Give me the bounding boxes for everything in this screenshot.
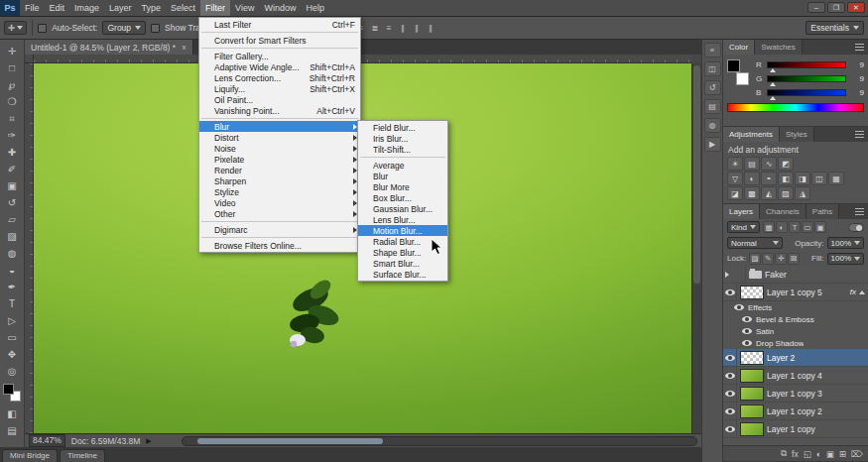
color-swatches-widget[interactable] xyxy=(3,384,21,402)
visibility-toggle[interactable] xyxy=(723,367,737,384)
layer-name[interactable]: Bevel & Emboss xyxy=(756,315,814,324)
channel-value[interactable]: 9 xyxy=(849,60,864,69)
visibility-toggle[interactable] xyxy=(723,420,737,437)
menu-item[interactable]: Window xyxy=(259,0,301,16)
photo-filter-icon[interactable]: ◨ xyxy=(795,172,810,185)
visibility-toggle[interactable] xyxy=(741,325,753,337)
slider-thumb-icon[interactable] xyxy=(770,82,776,86)
scrollbar-thumb[interactable] xyxy=(693,65,700,284)
layer-row[interactable]: Layer 1 copy 5 fx xyxy=(723,284,868,301)
posterize-icon[interactable]: ▩ xyxy=(744,186,760,200)
menu-item[interactable]: Blur xyxy=(358,171,447,181)
panel-menu-icon[interactable] xyxy=(855,131,864,138)
quick-mask-button[interactable]: ◧ xyxy=(2,405,23,422)
distribute-left-edges-icon[interactable]: ∥ xyxy=(396,21,410,36)
filter-type-layers-icon[interactable]: T xyxy=(789,221,801,233)
add-layer-mask-icon[interactable]: ◱ xyxy=(804,449,811,459)
panel-tab[interactable]: Adjustments xyxy=(723,127,780,142)
type-tool[interactable]: T xyxy=(2,295,23,312)
menu-item[interactable]: Filter xyxy=(200,0,230,16)
link-layers-icon[interactable]: ⧉ xyxy=(781,448,787,459)
menu-item[interactable]: Blur More xyxy=(358,181,447,192)
exposure-icon[interactable]: ◩ xyxy=(778,157,794,171)
gradient-map-icon[interactable]: ▨ xyxy=(778,186,794,200)
lock-position-icon[interactable]: ✛ xyxy=(775,253,787,265)
properties-panel-icon[interactable]: ▤ xyxy=(704,99,721,114)
auto-select-dropdown[interactable]: Group xyxy=(102,21,146,35)
menu-item[interactable]: Last Filter Ctrl+F xyxy=(199,19,360,30)
eyedropper-tool[interactable]: ✑ xyxy=(2,127,23,144)
hand-tool[interactable]: ✥ xyxy=(2,346,23,363)
menu-item[interactable]: Edit xyxy=(45,0,70,16)
layer-name[interactable]: Layer 1 copy 2 xyxy=(767,406,822,416)
panel-tab[interactable]: Swatches xyxy=(755,40,803,55)
menu-item[interactable]: Convert for Smart Filters xyxy=(199,35,360,46)
mini-bridge-panel-icon[interactable]: ◫ xyxy=(704,61,721,76)
blend-mode-dropdown[interactable]: Normal xyxy=(727,237,783,249)
distribute-bottom-edges-icon[interactable]: ≡ xyxy=(382,21,396,36)
menu-item[interactable]: Help xyxy=(301,0,329,16)
menu-item[interactable]: Oil Paint... xyxy=(199,94,360,105)
lock-transparency-icon[interactable]: ▨ xyxy=(749,253,761,265)
menu-item[interactable]: Stylize xyxy=(199,186,360,197)
screen-mode-button[interactable]: ▤ xyxy=(2,422,23,439)
menu-item[interactable]: Adaptive Wide Angle... Shift+Ctrl+A xyxy=(199,61,360,72)
visibility-toggle[interactable] xyxy=(741,313,753,325)
layer-thumbnail[interactable] xyxy=(740,369,764,383)
layer-row[interactable]: Layer 1 copy 3 xyxy=(723,385,868,403)
vertical-ruler[interactable] xyxy=(25,63,34,433)
lock-all-icon[interactable]: ⊠ xyxy=(788,253,800,265)
layer-name[interactable]: Layer 1 copy xyxy=(767,424,815,434)
menu-item[interactable]: Lens Blur... xyxy=(358,214,447,225)
selective-color-icon[interactable]: ◮ xyxy=(795,186,810,200)
close-tab-icon[interactable]: × xyxy=(182,43,186,53)
workspace-switcher[interactable]: Essentials xyxy=(806,21,864,35)
clone-stamp-tool[interactable]: ▣ xyxy=(2,177,23,194)
panel-tab[interactable]: Mini Bridge xyxy=(2,449,58,462)
menu-item[interactable]: Field Blur... xyxy=(358,122,447,133)
fx-badge[interactable]: fx xyxy=(850,288,856,296)
new-adjustment-layer-icon[interactable]: ◐ xyxy=(816,449,821,459)
panel-tab[interactable]: Layers xyxy=(723,204,760,219)
layer-name[interactable]: Layer 1 copy 4 xyxy=(767,371,822,381)
menu-item[interactable]: Average xyxy=(358,160,447,171)
status-options-icon[interactable]: ▶ xyxy=(146,437,151,445)
kind-dropdown[interactable]: Kind xyxy=(727,221,760,233)
layer-row[interactable]: Layer 1 copy xyxy=(723,420,868,438)
menu-item[interactable]: Tilt-Shift... xyxy=(358,144,447,155)
visibility-toggle[interactable] xyxy=(723,284,737,300)
eraser-tool[interactable]: ▱ xyxy=(2,211,23,228)
tool-preset-button[interactable]: ✛ xyxy=(4,21,27,35)
visibility-toggle[interactable] xyxy=(741,337,753,349)
distribute-horizontal-centers-icon[interactable]: ∥ xyxy=(410,21,424,36)
channel-slider[interactable] xyxy=(767,61,846,68)
lasso-tool[interactable]: ℘ xyxy=(2,76,23,93)
gradient-tool[interactable]: ▨ xyxy=(2,228,23,245)
channel-slider[interactable] xyxy=(767,89,846,96)
path-selection-tool[interactable]: ▷ xyxy=(2,312,23,329)
collapse-dock-icon[interactable]: « xyxy=(704,43,721,58)
channel-value[interactable]: 9 xyxy=(849,74,864,83)
layer-thumbnail[interactable] xyxy=(740,387,764,401)
menu-item[interactable]: Render xyxy=(199,165,360,175)
menu-item[interactable]: Liquify... Shift+Ctrl+X xyxy=(199,83,360,94)
layer-row[interactable]: Satin xyxy=(723,325,868,337)
menu-item[interactable]: Video xyxy=(199,197,360,208)
layer-row[interactable]: Layer 1 copy 4 xyxy=(723,367,868,385)
shape-tool[interactable]: ▭ xyxy=(2,329,23,346)
collapse-effects-icon[interactable] xyxy=(859,290,865,294)
expand-group-icon[interactable] xyxy=(725,272,729,278)
menu-item[interactable]: Image xyxy=(69,0,104,16)
menu-item[interactable]: File xyxy=(20,0,45,16)
lock-pixels-icon[interactable]: ✎ xyxy=(762,253,774,265)
channel-value[interactable]: 9 xyxy=(849,88,864,97)
layer-row[interactable]: Drop Shadow xyxy=(723,337,868,349)
close-button[interactable]: ✕ xyxy=(847,2,865,13)
channel-mixer-icon[interactable]: ◫ xyxy=(811,172,827,185)
filter-toggle-switch[interactable] xyxy=(848,223,864,232)
menu-item[interactable]: Blur xyxy=(199,121,360,132)
blur-tool[interactable]: ◍ xyxy=(2,245,23,262)
auto-select-checkbox[interactable] xyxy=(38,24,47,33)
menu-item[interactable]: Type xyxy=(137,0,167,16)
layer-name[interactable]: Faker xyxy=(765,270,787,280)
